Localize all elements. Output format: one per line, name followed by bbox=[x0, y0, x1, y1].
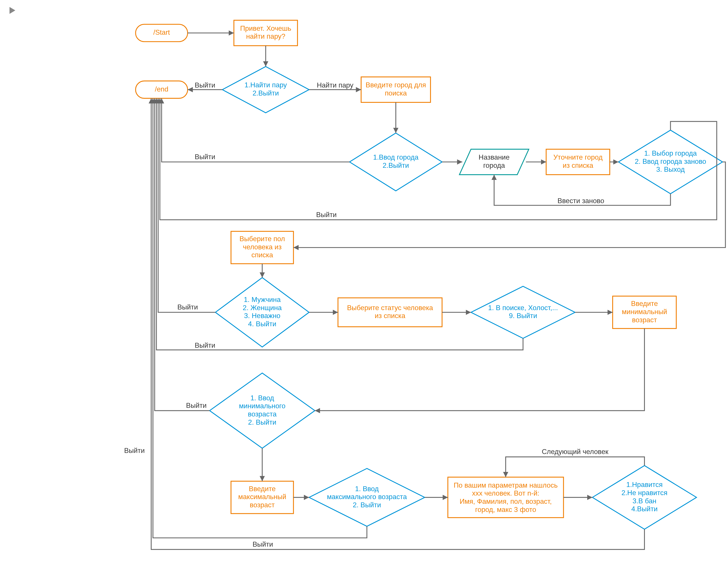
edge-label-exit: Выйти bbox=[195, 153, 215, 161]
svg-text:Название: Название bbox=[479, 154, 510, 161]
svg-text:Выберите статус человека: Выберите статус человека bbox=[347, 304, 433, 312]
node-start: /Start bbox=[135, 24, 187, 42]
node-decision-min-age: 1. Ввод минимального возраста 2. Выйти bbox=[210, 373, 315, 448]
play-icon bbox=[10, 7, 15, 14]
svg-text:ххх человек. Вот n-й:: ххх человек. Вот n-й: bbox=[472, 490, 539, 497]
svg-text:По вашим параметрам нашлось: По вашим параметрам нашлось bbox=[454, 481, 558, 489]
svg-text:3. Неважно: 3. Неважно bbox=[244, 312, 280, 320]
svg-text:2. Выйти: 2. Выйти bbox=[353, 501, 381, 509]
node-select-sex: Выберите пол человека из списка bbox=[231, 231, 293, 264]
svg-text:1. Ввод: 1. Ввод bbox=[355, 485, 379, 493]
svg-text:Привет. Хочешь: Привет. Хочешь bbox=[240, 25, 291, 32]
svg-text:1.Ввод города: 1.Ввод города bbox=[373, 154, 419, 161]
svg-text:/end: /end bbox=[155, 85, 168, 93]
svg-text:Введите город для: Введите город для bbox=[366, 81, 426, 89]
node-decision-status: 1. В поиске, Холост,... 9. Выйти bbox=[471, 286, 575, 338]
svg-text:4. Выйти: 4. Выйти bbox=[248, 320, 276, 328]
edge-label-exit: Выйти bbox=[195, 81, 215, 89]
node-city-input: Введите город для поиска bbox=[361, 77, 431, 102]
svg-text:возраст: возраст bbox=[632, 316, 657, 324]
svg-text:максимального возраста: максимального возраста bbox=[327, 493, 407, 501]
svg-text:1.Нравится: 1.Нравится bbox=[626, 481, 663, 489]
svg-text:Введите: Введите bbox=[249, 485, 276, 493]
edge-dsex-exit bbox=[158, 98, 215, 312]
edge-minage-dmin bbox=[315, 328, 644, 411]
svg-text:Введите: Введите bbox=[631, 300, 658, 308]
node-result: По вашим параметрам нашлось ххх человек.… bbox=[448, 477, 563, 518]
svg-text:1.Найти пару: 1.Найти пару bbox=[244, 81, 287, 89]
flowchart-canvas: /Start Привет. Хочешь найти пару? 1.Найт… bbox=[0, 0, 728, 561]
svg-text:1. Выбор города: 1. Выбор города bbox=[644, 149, 697, 157]
node-decision-city2: 1. Выбор города 2. Ввод города заново 3.… bbox=[618, 130, 722, 194]
edge-label-exit: Выйти bbox=[195, 342, 215, 349]
edge-label-exit: Выйти bbox=[186, 402, 207, 409]
node-decision-find: 1.Найти пару 2.Выйти bbox=[222, 67, 309, 113]
node-greet: Привет. Хочешь найти пару? bbox=[234, 20, 297, 46]
edge-label-exit: Выйти bbox=[124, 447, 145, 454]
node-max-age: Введите максимальный возраст bbox=[231, 481, 293, 514]
svg-text:9. Выйти: 9. Выйти bbox=[509, 312, 537, 320]
edge-dmin-exit bbox=[155, 98, 210, 411]
svg-text:из списка: из списка bbox=[375, 312, 406, 320]
svg-text:человека из: человека из bbox=[243, 243, 282, 251]
svg-text:возраста: возраста bbox=[248, 410, 277, 418]
svg-text:4.Выйти: 4.Выйти bbox=[631, 505, 657, 513]
svg-text:2. Выйти: 2. Выйти bbox=[248, 418, 276, 426]
svg-text:3.В бан: 3.В бан bbox=[633, 497, 656, 505]
svg-text:2. Ввод города заново: 2. Ввод города заново bbox=[635, 158, 706, 165]
svg-text:1. В поиске, Холост,...: 1. В поиске, Холост,... bbox=[488, 304, 558, 312]
svg-text:поиска: поиска bbox=[385, 89, 407, 97]
svg-text:город, макс 3 фото: город, макс 3 фото bbox=[475, 506, 536, 513]
svg-text:найти пару?: найти пару? bbox=[246, 33, 285, 40]
svg-text:/Start: /Start bbox=[153, 29, 170, 36]
edge-label-find: Найти пару bbox=[317, 81, 353, 89]
svg-text:списка: списка bbox=[252, 251, 273, 259]
node-city-name: Название города bbox=[459, 149, 529, 175]
edge-label-exit: Выйти bbox=[177, 303, 198, 311]
node-select-status: Выберите статус человека из списка bbox=[338, 298, 442, 327]
svg-text:2.Выйти: 2.Выйти bbox=[253, 89, 279, 97]
svg-text:3. Выход: 3. Выход bbox=[656, 166, 685, 174]
svg-text:2. Женщина: 2. Женщина bbox=[243, 304, 282, 312]
node-min-age: Введите минимальный возраст bbox=[613, 296, 676, 329]
svg-text:2.Не нравится: 2.Не нравится bbox=[621, 489, 667, 497]
node-decision-max-age: 1. Ввод максимального возраста 2. Выйти bbox=[309, 468, 425, 526]
svg-text:из списка: из списка bbox=[563, 162, 593, 169]
svg-text:Имя, Фамилия, пол, возраст,: Имя, Фамилия, пол, возраст, bbox=[460, 498, 552, 505]
svg-text:возраст: возраст bbox=[250, 501, 275, 509]
node-decision-sex: 1. Мужчина 2. Женщина 3. Неважно 4. Выйт… bbox=[215, 278, 309, 347]
edge-label-reenter: Ввести заново bbox=[557, 197, 604, 205]
edge-label-next: Следующий человек bbox=[542, 448, 608, 456]
svg-text:Выберите пол: Выберите пол bbox=[240, 235, 285, 243]
edge-dlike-next bbox=[506, 457, 644, 477]
node-end: /end bbox=[135, 81, 187, 98]
svg-text:1. Мужчина: 1. Мужчина bbox=[244, 296, 281, 303]
node-decision-like: 1.Нравится 2.Не нравится 3.В бан 4.Выйти bbox=[593, 466, 697, 529]
svg-text:минимального: минимального bbox=[239, 402, 286, 410]
svg-text:города: города bbox=[483, 162, 505, 169]
svg-text:максимальный: максимальный bbox=[238, 493, 286, 501]
svg-text:1. Ввод: 1. Ввод bbox=[250, 394, 274, 402]
edge-label-exit: Выйти bbox=[316, 211, 337, 219]
svg-text:2.Выйти: 2.Выйти bbox=[383, 162, 409, 169]
svg-text:Уточните город: Уточните город bbox=[553, 154, 603, 161]
svg-text:минимальный: минимальный bbox=[622, 308, 667, 316]
edge-label-exit: Выйти bbox=[253, 540, 273, 548]
node-decision-city: 1.Ввод города 2.Выйти bbox=[350, 133, 442, 191]
node-city-clarify: Уточните город из списка bbox=[546, 149, 610, 175]
